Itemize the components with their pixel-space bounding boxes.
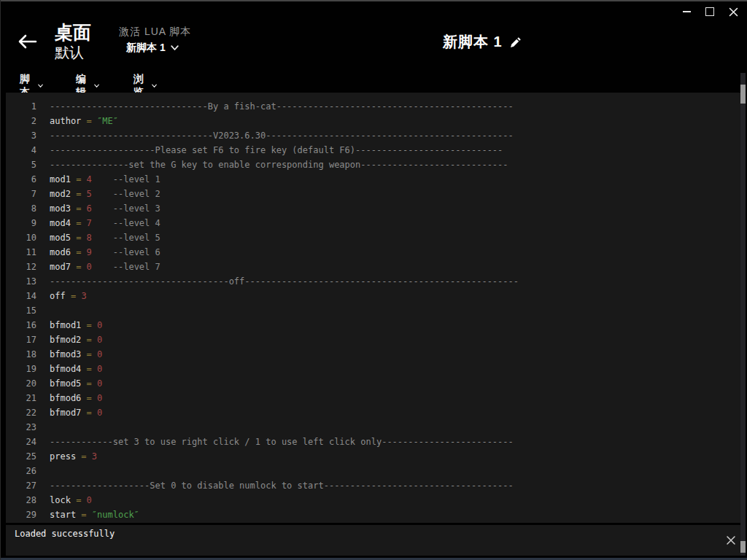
code-line: 7mod2 = 5 --level 2: [6, 187, 740, 201]
line-number: 26: [6, 464, 36, 478]
app-window: 桌面 默认 激活 LUA 脚本 新脚本 1 新脚本 1 脚本 编辑: [0, 0, 747, 560]
line-number: 27: [6, 478, 36, 493]
line-number: 29: [6, 508, 36, 522]
document-title-group: 新脚本 1: [443, 32, 522, 52]
back-arrow-icon: [18, 34, 38, 50]
line-number: 3: [6, 128, 36, 143]
line-number: 8: [6, 201, 36, 216]
document-title: 新脚本 1: [443, 32, 503, 52]
code-line: 20bfmod5 = 0: [6, 376, 740, 391]
code-line: 4--------------------Please set F6 to fi…: [6, 143, 740, 158]
line-number: 18: [6, 347, 36, 362]
code-line: 18bfmod3 = 0: [6, 347, 740, 362]
console-close-button[interactable]: [725, 534, 737, 546]
script-selector-dropdown[interactable]: 新脚本 1: [126, 42, 179, 55]
code-line: 24------------set 3 to use right click /…: [6, 435, 740, 449]
code-line: 27-------------------Set 0 to disable nu…: [6, 478, 740, 493]
code-line: 26: [6, 464, 740, 478]
code-line: 11mod6 = 9 --level 6: [6, 245, 740, 260]
maximize-button[interactable]: [702, 4, 718, 19]
line-number: 22: [6, 405, 36, 420]
edit-pencil-icon: [509, 35, 522, 49]
chevron-down-icon: [38, 83, 43, 89]
line-number: 11: [6, 245, 36, 260]
line-number: 4: [6, 143, 36, 158]
chevron-down-icon: [94, 83, 99, 89]
line-number: 24: [6, 435, 36, 449]
code-line: 15: [6, 303, 740, 318]
code-line: 25press = 3: [6, 449, 740, 464]
chevron-down-icon: [171, 45, 179, 51]
chevron-down-icon: [152, 83, 157, 89]
code-line: 21bfmod6 = 0: [6, 391, 740, 405]
code-line: 10mod5 = 8 --level 5: [6, 230, 740, 245]
line-number: 2: [6, 114, 36, 128]
close-icon: [726, 535, 736, 545]
line-number: 12: [6, 260, 36, 274]
minimize-icon: [683, 11, 691, 12]
code-line: 2author = ″ME″: [6, 114, 740, 128]
code-line: 6mod1 = 4 --level 1: [6, 172, 740, 187]
line-number: 7: [6, 187, 36, 201]
code-line: 5---------------set the G key to enable …: [6, 158, 740, 172]
profile-mode: 默认: [55, 43, 84, 63]
active-script-label: 激活 LUA 脚本: [119, 26, 191, 39]
line-number: 6: [6, 172, 36, 187]
code-line: 23: [6, 420, 740, 435]
code-line: 1------------------------------By a fish…: [6, 99, 740, 114]
close-icon: [729, 7, 738, 17]
code-line: 3-------------------------------V2023.6.…: [6, 128, 740, 143]
line-number: 13: [6, 274, 36, 289]
line-number: 14: [6, 289, 36, 303]
line-number: 19: [6, 362, 36, 376]
code-line: 8mod3 = 6 --level 3: [6, 201, 740, 216]
line-number: 10: [6, 230, 36, 245]
console-scrollbar-thumb[interactable]: [740, 541, 746, 553]
code-line: 29start = ″numlock″: [6, 508, 740, 522]
line-number: 21: [6, 391, 36, 405]
maximize-icon: [705, 7, 714, 16]
code-line: 22bfmod7 = 0: [6, 405, 740, 420]
console-panel: Loaded successfully: [6, 525, 740, 556]
line-number: 25: [6, 449, 36, 464]
close-button[interactable]: [725, 4, 741, 19]
scrollbar-track[interactable]: [740, 73, 746, 556]
code-lines: 1------------------------------By a fish…: [6, 99, 740, 522]
code-line: 14off = 3: [6, 289, 740, 303]
line-number: 9: [6, 216, 36, 230]
line-number: 15: [6, 303, 36, 318]
line-number: 23: [6, 420, 36, 435]
code-editor[interactable]: 1------------------------------By a fish…: [6, 93, 740, 523]
code-line: 12mod7 = 0 --level 7: [6, 260, 740, 274]
rename-script-button[interactable]: [509, 35, 522, 49]
minimize-button[interactable]: [678, 4, 694, 19]
script-selector-label: 新脚本 1: [126, 42, 166, 55]
line-number: 17: [6, 332, 36, 347]
line-number: 20: [6, 376, 36, 391]
code-line: 16bfmod1 = 0: [6, 318, 740, 332]
console-message: Loaded successfully: [15, 529, 115, 539]
line-number: 28: [6, 493, 36, 508]
code-line: 17bfmod2 = 0: [6, 332, 740, 347]
back-button[interactable]: [18, 34, 38, 51]
code-line: 19bfmod4 = 0: [6, 362, 740, 376]
line-number: 1: [6, 99, 36, 114]
window-controls: [678, 4, 741, 19]
line-number: 5: [6, 158, 36, 172]
line-number: 16: [6, 318, 36, 332]
code-line: 13----------------------------------off-…: [6, 274, 740, 289]
profile-name: 桌面: [55, 20, 91, 44]
editor-scrollbar-thumb[interactable]: [740, 85, 746, 104]
code-line: 9mod4 = 7 --level 4: [6, 216, 740, 230]
code-line: 28lock = 0: [6, 493, 740, 508]
